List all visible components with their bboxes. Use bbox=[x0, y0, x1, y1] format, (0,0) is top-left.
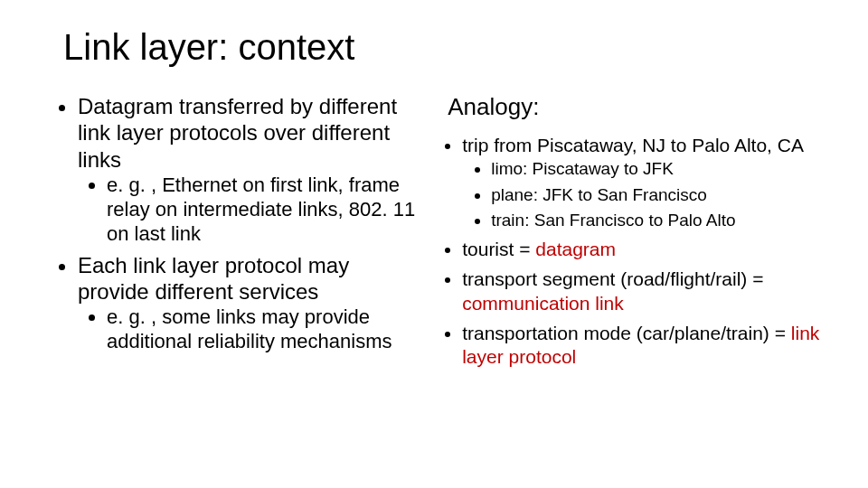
highlight-text: datagram bbox=[535, 239, 616, 259]
slide-title: Link layer: context bbox=[63, 27, 832, 68]
list-item: trip from Piscataway, NJ to Palo Alto, C… bbox=[462, 134, 832, 232]
bullet-text: tourist = bbox=[462, 239, 535, 259]
list-item: tourist = datagram bbox=[462, 238, 832, 262]
right-column: Analogy: trip from Piscataway, NJ to Pal… bbox=[448, 93, 832, 375]
left-column: Datagram transferred by different link l… bbox=[63, 93, 420, 375]
list-item: transportation mode (car/plane/train) = … bbox=[462, 322, 832, 371]
list-item: Datagram transferred by different link l… bbox=[78, 93, 420, 247]
analogy-heading: Analogy: bbox=[448, 93, 832, 121]
bullet-text: transportation mode (car/plane/train) = bbox=[462, 323, 791, 343]
columns: Datagram transferred by different link l… bbox=[63, 93, 832, 375]
bullet-text: Each link layer protocol may provide dif… bbox=[78, 253, 349, 304]
list-item: train: San Francisco to Palo Alto bbox=[491, 210, 832, 232]
list-item: Each link layer protocol may provide dif… bbox=[78, 252, 420, 354]
sub-list: e. g. , some links may provide additiona… bbox=[78, 305, 420, 354]
list-item: transport segment (road/flight/rail) = c… bbox=[462, 267, 832, 316]
left-bullet-list: Datagram transferred by different link l… bbox=[63, 93, 420, 354]
bullet-text: Datagram transferred by different link l… bbox=[78, 94, 397, 172]
sub-list: e. g. , Ethernet on first link, frame re… bbox=[78, 173, 420, 247]
slide: Link layer: context Datagram transferred… bbox=[0, 0, 868, 488]
list-item: plane: JFK to San Francisco bbox=[491, 184, 832, 207]
bullet-text: trip from Piscataway, NJ to Palo Alto, C… bbox=[462, 135, 804, 155]
highlight-text: communication link bbox=[462, 293, 624, 314]
list-item: limo: Piscataway to JFK bbox=[491, 158, 832, 181]
list-item: e. g. , Ethernet on first link, frame re… bbox=[107, 173, 420, 247]
right-bullet-list: trip from Piscataway, NJ to Palo Alto, C… bbox=[448, 134, 832, 370]
list-item: e. g. , some links may provide additiona… bbox=[107, 305, 420, 354]
sub-list: limo: Piscataway to JFK plane: JFK to Sa… bbox=[462, 158, 832, 232]
bullet-text: transport segment (road/flight/rail) = bbox=[462, 268, 763, 289]
